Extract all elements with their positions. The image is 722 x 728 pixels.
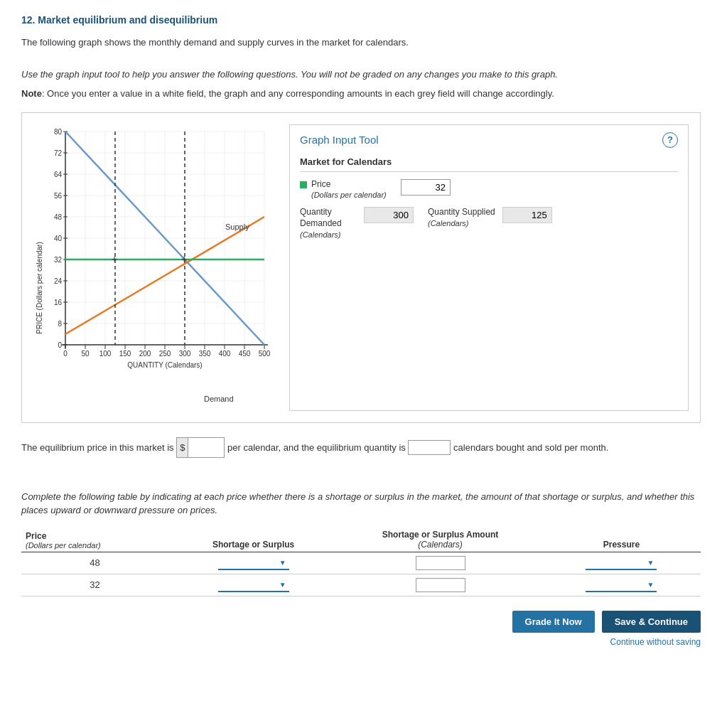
amount-input-48[interactable] [416, 556, 465, 570]
table-row: 48 [21, 552, 701, 574]
svg-text:100: 100 [99, 350, 112, 358]
continue-without-saving-link[interactable]: Continue without saving [610, 637, 701, 647]
amount-cell-32[interactable] [338, 574, 542, 596]
col-header-price: Price (Dollars per calendar) [21, 528, 168, 552]
svg-text:200: 200 [139, 350, 151, 358]
supply-demand-graph: PRICE (Dollars per calendar) [33, 124, 275, 409]
svg-text:400: 400 [219, 350, 231, 358]
svg-text:24: 24 [54, 277, 63, 285]
svg-text:150: 150 [119, 350, 131, 358]
qty-supplied-group: Quantity Supplied (Calendars) [428, 207, 552, 229]
shortage-surplus-btn-48[interactable] [218, 556, 289, 570]
amount-input-32[interactable] [416, 578, 465, 592]
action-buttons: Grade It Now Save & Continue Continue wi… [21, 611, 701, 647]
shortage-surplus-table: Price (Dollars per calendar) Shortage or… [21, 528, 701, 596]
shortage-surplus-dropdown-48[interactable] [168, 552, 338, 574]
table-row: 32 [21, 574, 701, 596]
input-tool-header: Graph Input Tool ? [300, 132, 678, 148]
save-continue-button[interactable]: Save & Continue [602, 611, 701, 633]
svg-text:72: 72 [54, 149, 63, 157]
green-square-icon [300, 181, 307, 188]
svg-text:0: 0 [63, 350, 68, 358]
svg-text:64: 64 [54, 171, 63, 178]
market-title: Market for Calendars [300, 156, 678, 172]
svg-text:250: 250 [159, 350, 171, 358]
description-text: The following graph shows the monthly de… [21, 36, 701, 50]
graph-tool-container: PRICE (Dollars per calendar) [21, 112, 701, 423]
svg-text:+: + [112, 253, 117, 264]
svg-text:56: 56 [54, 192, 63, 200]
button-row: Grade It Now Save & Continue [512, 611, 701, 633]
equilibrium-question: The equilibrium price in this market is … [21, 437, 701, 458]
qty-demanded-label: Quantity Demanded (Calendars) [300, 207, 357, 240]
equilibrium-qty-input[interactable] [408, 440, 451, 455]
shortage-surplus-dropdown-32[interactable] [168, 574, 338, 596]
svg-text:450: 450 [239, 350, 251, 358]
qty-supplied-input[interactable] [502, 207, 552, 223]
svg-text:80: 80 [54, 128, 63, 136]
supply-label: Supply [225, 223, 249, 231]
price-sublabel: (Dollars per calendar) [311, 190, 387, 200]
pressure-btn-48[interactable] [586, 556, 657, 570]
help-icon[interactable]: ? [662, 132, 678, 148]
quantity-row: Quantity Demanded (Calendars) Quantity S… [300, 207, 678, 240]
svg-text:40: 40 [54, 235, 63, 242]
price-cell-48: 48 [21, 552, 168, 574]
col-header-amount: Shortage or Surplus Amount (Calendars) [338, 528, 542, 552]
price-label-group: Price (Dollars per calendar) [300, 179, 392, 200]
shortage-surplus-btn-32[interactable] [218, 578, 289, 592]
pressure-btn-32[interactable] [586, 578, 657, 592]
svg-text:500: 500 [259, 350, 271, 358]
col-header-pressure: Pressure [542, 528, 701, 552]
svg-text:32: 32 [54, 256, 63, 264]
x-axis-label: QUANTITY (Calendars) [127, 361, 202, 369]
price-label: Price [311, 179, 387, 191]
note-label: Note [21, 88, 42, 99]
table-intro-text: Complete the following table by indicati… [21, 490, 701, 518]
equilibrium-price-input[interactable] [188, 441, 224, 454]
qty-demanded-group: Quantity Demanded (Calendars) [300, 207, 414, 240]
svg-text:50: 50 [81, 350, 90, 358]
grade-it-now-button[interactable]: Grade It Now [512, 611, 595, 633]
note-text: Note: Once you enter a value in a white … [21, 87, 701, 101]
col-header-shortage-surplus: Shortage or Surplus [168, 528, 338, 552]
svg-text:300: 300 [179, 350, 191, 358]
svg-text:0: 0 [58, 341, 62, 349]
y-axis-label: PRICE (Dollars per calendar) [36, 242, 43, 334]
qty-supplied-label: Quantity Supplied (Calendars) [428, 207, 495, 229]
svg-text:48: 48 [54, 213, 63, 221]
demand-label: Demand [204, 395, 234, 403]
svg-text:16: 16 [54, 299, 63, 306]
price-input-wrap: $ [176, 437, 225, 458]
qty-demanded-input[interactable] [364, 207, 414, 223]
svg-text:8: 8 [58, 320, 62, 328]
amount-cell-48[interactable] [338, 552, 542, 574]
graph-input-tool-title: Graph Input Tool [300, 134, 379, 146]
graph-area: PRICE (Dollars per calendar) [33, 124, 275, 411]
instruction-text: Use the graph input tool to help you ans… [21, 68, 701, 82]
price-row: Price (Dollars per calendar) [300, 179, 678, 200]
price-input[interactable] [401, 179, 451, 196]
svg-text:+: + [181, 253, 187, 264]
pressure-dropdown-48[interactable] [542, 552, 701, 574]
input-tool-panel: Graph Input Tool ? Market for Calendars … [289, 124, 689, 411]
svg-text:350: 350 [199, 350, 211, 358]
pressure-dropdown-32[interactable] [542, 574, 701, 596]
price-cell-32: 32 [21, 574, 168, 596]
question-title: 12. Market equilibrium and disequilibriu… [21, 14, 701, 26]
